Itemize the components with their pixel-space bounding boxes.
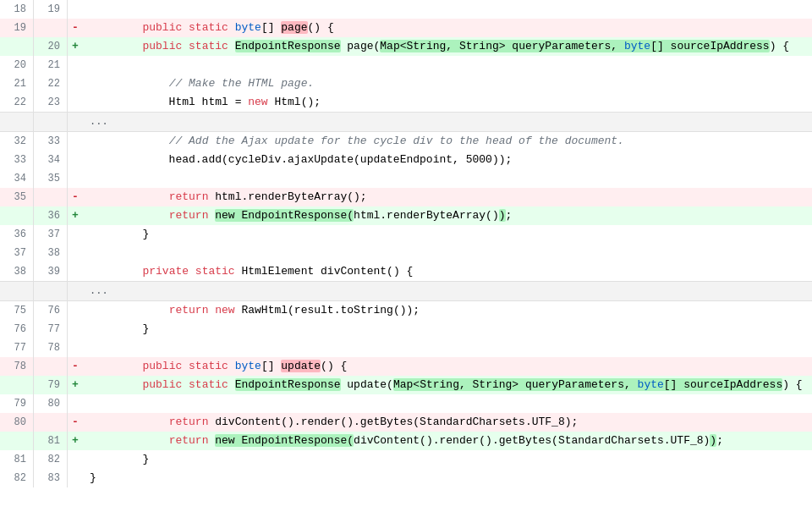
diff-line: 1819 <box>0 0 812 19</box>
line-num-new: 81 <box>34 432 68 450</box>
line-sign: + <box>68 37 83 56</box>
line-num-old: 37 <box>0 244 34 262</box>
diff-line: 3839 private static HtmlElement divConte… <box>0 262 812 281</box>
line-content: } <box>83 469 812 487</box>
line-content: public static EndpointResponse update(Ma… <box>83 376 812 394</box>
line-content <box>83 169 812 188</box>
line-content <box>83 56 812 74</box>
diff-line: ... <box>0 281 812 301</box>
line-sign: - <box>68 19 83 37</box>
line-sign <box>68 225 83 244</box>
line-sign <box>68 132 83 151</box>
line-content: return new EndpointResponse(html.renderB… <box>83 206 812 225</box>
line-num-old: 21 <box>0 74 34 93</box>
diff-line: 36+ return new EndpointResponse(html.ren… <box>0 206 812 225</box>
line-num-new <box>34 357 68 376</box>
line-num-new <box>34 188 68 206</box>
line-num-old <box>0 206 34 225</box>
line-num-old: 36 <box>0 225 34 244</box>
line-num-old: 79 <box>0 394 34 413</box>
diff-line: 8283} <box>0 469 812 487</box>
line-num-old: 38 <box>0 262 34 281</box>
diff-line: 7980 <box>0 394 812 413</box>
diff-line: 80- return divContent().render().getByte… <box>0 413 812 432</box>
line-content: return new EndpointResponse(divContent()… <box>83 432 812 450</box>
line-sign <box>68 394 83 413</box>
line-content: } <box>83 225 812 244</box>
diff-line: 2021 <box>0 56 812 74</box>
separator-dots: ... <box>83 282 108 300</box>
diff-line: 79+ public static EndpointResponse updat… <box>0 376 812 394</box>
line-num-new: 82 <box>34 450 68 469</box>
diff-line: 78- public static byte[] update() { <box>0 357 812 376</box>
diff-line: 7677 } <box>0 320 812 339</box>
line-num-new: 80 <box>34 394 68 413</box>
line-sign: + <box>68 206 83 225</box>
line-num-old <box>0 282 34 300</box>
line-content: Html html = new Html(); <box>83 93 812 112</box>
line-num-old: 80 <box>0 413 34 432</box>
line-num-new <box>34 113 68 131</box>
line-num-new: 37 <box>34 225 68 244</box>
line-num-old <box>0 432 34 450</box>
line-content: } <box>83 450 812 469</box>
line-sign: - <box>68 188 83 206</box>
line-num-old: 75 <box>0 301 34 320</box>
diff-line: 3637 } <box>0 225 812 244</box>
line-sign <box>68 113 83 131</box>
diff-line: 81+ return new EndpointResponse(divConte… <box>0 432 812 450</box>
diff-line: 3233 // Add the Ajax update for the cycl… <box>0 132 812 151</box>
diff-line: 8182 } <box>0 450 812 469</box>
line-num-new: 21 <box>34 56 68 74</box>
line-sign <box>68 469 83 487</box>
line-sign <box>68 301 83 320</box>
diff-line: 3435 <box>0 169 812 188</box>
line-content: public static byte[] update() { <box>83 357 812 376</box>
line-num-new: 20 <box>34 37 68 56</box>
diff-view: 1819 19- public static byte[] page() {20… <box>0 0 812 523</box>
line-num-old: 33 <box>0 151 34 169</box>
line-sign <box>68 0 83 19</box>
line-num-old: 82 <box>0 469 34 487</box>
line-sign: - <box>68 413 83 432</box>
line-content: return divContent().render().getBytes(St… <box>83 413 812 432</box>
line-content: return html.renderByteArray(); <box>83 188 812 206</box>
line-content: head.add(cycleDiv.ajaxUpdate(updateEndpo… <box>83 151 812 169</box>
line-num-old <box>0 37 34 56</box>
line-content <box>83 394 812 413</box>
line-num-new: 79 <box>34 376 68 394</box>
line-content: // Add the Ajax update for the cycle div… <box>83 132 812 151</box>
line-num-new: 78 <box>34 339 68 357</box>
line-sign <box>68 320 83 339</box>
line-num-new: 83 <box>34 469 68 487</box>
line-content: } <box>83 320 812 339</box>
line-sign <box>68 74 83 93</box>
line-content: return new RawHtml(result.toString()); <box>83 301 812 320</box>
line-num-new: 22 <box>34 74 68 93</box>
diff-line: 20+ public static EndpointResponse page(… <box>0 37 812 56</box>
line-num-old: 22 <box>0 93 34 112</box>
line-num-old: 81 <box>0 450 34 469</box>
line-num-new: 35 <box>34 169 68 188</box>
line-num-new: 38 <box>34 244 68 262</box>
line-sign: + <box>68 376 83 394</box>
line-num-old: 77 <box>0 339 34 357</box>
line-num-old <box>0 376 34 394</box>
line-content: private static HtmlElement divContent() … <box>83 262 812 281</box>
diff-line: 2223 Html html = new Html(); <box>0 93 812 112</box>
line-sign <box>68 244 83 262</box>
diff-line: ... <box>0 112 812 132</box>
line-content: public static EndpointResponse page(Map<… <box>83 37 812 56</box>
line-num-old: 32 <box>0 132 34 151</box>
line-sign <box>68 339 83 357</box>
line-num-new <box>34 413 68 432</box>
line-num-old <box>0 113 34 131</box>
line-sign <box>68 262 83 281</box>
line-num-new: 23 <box>34 93 68 112</box>
diff-line: 19- public static byte[] page() { <box>0 19 812 37</box>
line-num-old: 34 <box>0 169 34 188</box>
separator-dots: ... <box>83 113 108 131</box>
line-num-old: 78 <box>0 357 34 376</box>
line-num-new <box>34 19 68 37</box>
line-num-new: 76 <box>34 301 68 320</box>
